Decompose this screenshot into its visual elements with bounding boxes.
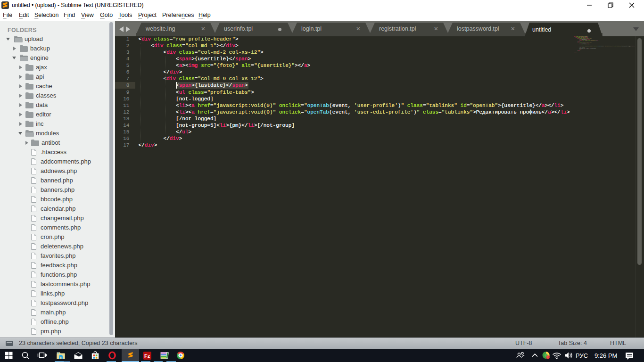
svg-text:Fz: Fz xyxy=(144,353,150,359)
